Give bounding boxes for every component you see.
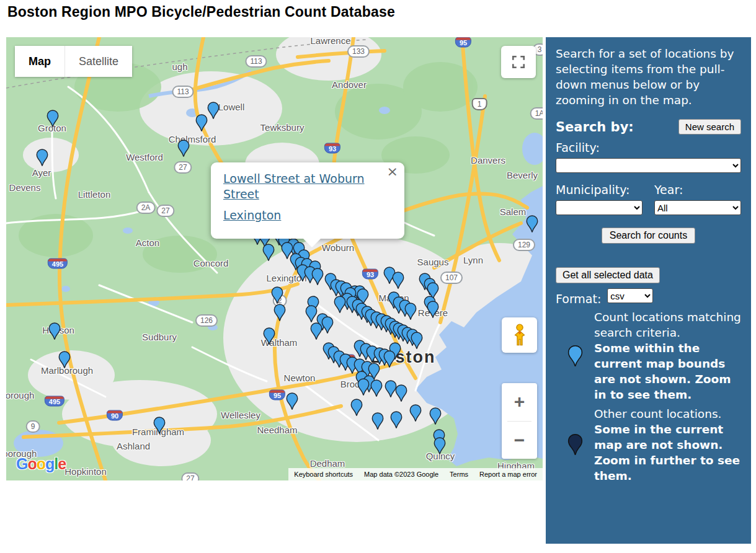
route-shield-icon: 1A (530, 107, 543, 120)
info-window-link[interactable]: Lowell Street at Woburn Street (223, 171, 392, 202)
google-map[interactable]: LawrenceughAndoverLowellTewksburyGrotonC… (6, 37, 543, 480)
map-type-control: Map Satellite (15, 46, 132, 77)
report-map-error-link[interactable]: Report a map error (474, 471, 543, 478)
route-shield-icon: 27 (181, 472, 199, 480)
map-town-label: Tewksbury (260, 122, 305, 133)
map-town-label: Chelmsford (169, 134, 216, 144)
count-location-pin[interactable] (392, 272, 404, 292)
get-all-selected-data-button[interactable]: Get all selected data (556, 267, 660, 283)
route-shield-icon: 93 (324, 143, 340, 154)
map-town-label: Needham (257, 425, 297, 435)
map-legend: Count locations matching search criteria… (556, 309, 741, 484)
keyboard-shortcuts-link[interactable]: Keyboard shortcuts (288, 471, 358, 478)
map-data-text: Map data ©2023 Google (358, 471, 444, 478)
route-shield-icon: 495 (45, 396, 64, 407)
search-by-label: Search by: (556, 120, 634, 135)
legend-text: Count locations matching search criteria… (594, 309, 741, 402)
count-location-pin[interactable] (195, 114, 208, 135)
count-location-pin[interactable] (390, 411, 402, 431)
pegman-icon (509, 323, 530, 348)
count-location-pin[interactable] (370, 379, 383, 400)
route-shield-icon: 90 (107, 410, 123, 421)
count-location-pin[interactable] (153, 417, 166, 437)
route-shield-icon: 495 (48, 259, 68, 269)
count-location-pin[interactable] (36, 149, 48, 169)
count-location-pin[interactable] (404, 303, 417, 323)
zoom-in-button[interactable]: + (502, 383, 537, 421)
count-location-pin[interactable] (286, 392, 298, 413)
count-location-pin[interactable] (350, 399, 363, 419)
map-town-label: Newton (284, 373, 316, 383)
map-type-map-button[interactable]: Map (15, 46, 64, 77)
search-for-counts-button[interactable]: Search for counts (602, 228, 695, 244)
count-location-pin[interactable] (371, 412, 384, 433)
search-sidebar: Search for a set of locations by selecti… (546, 37, 751, 544)
map-town-label: Saugus (417, 257, 449, 267)
count-location-pin[interactable] (310, 322, 322, 343)
count-location-pin[interactable] (409, 404, 422, 425)
fullscreen-icon (511, 55, 526, 69)
zoom-out-button[interactable]: − (502, 422, 537, 459)
route-shield-icon: 93 (362, 269, 378, 280)
map-town-label: Ashland (117, 441, 150, 451)
count-location-pin[interactable] (411, 332, 423, 352)
count-location-pin[interactable] (263, 327, 275, 348)
fullscreen-button[interactable] (501, 46, 536, 78)
route-shield-icon: 95 (269, 390, 285, 400)
count-location-pin[interactable] (526, 215, 538, 236)
map-town-label: Andover (332, 79, 367, 90)
route-shield-icon: 27 (156, 205, 174, 217)
count-location-pin[interactable] (48, 322, 61, 343)
count-location-pin[interactable] (207, 102, 220, 122)
count-location-pin[interactable] (395, 384, 407, 405)
sidebar-intro-text: Search for a set of locations by selecti… (556, 46, 741, 108)
count-location-pin[interactable] (383, 350, 396, 371)
close-icon[interactable]: × (387, 165, 398, 179)
map-type-satellite-button[interactable]: Satellite (64, 46, 132, 77)
count-location-pin[interactable] (321, 316, 334, 337)
route-shield-icon: 107 (440, 272, 463, 284)
google-logo[interactable]: Google (16, 455, 66, 473)
route-shield-icon: 133 (347, 45, 370, 58)
map-town-label: Danvers (471, 155, 505, 166)
legend-item: Other count locations.Some in the curren… (556, 406, 741, 484)
count-location-pin[interactable] (334, 296, 346, 316)
legend-pin-icon (556, 433, 594, 456)
count-location-pin[interactable] (429, 407, 442, 428)
map-town-label: Salem (500, 206, 527, 217)
format-select[interactable]: csv (607, 288, 653, 303)
count-location-pin[interactable] (311, 268, 324, 288)
route-shield-icon: 113 (245, 55, 267, 68)
facility-select[interactable] (556, 158, 741, 173)
legend-text: Other count locations.Some in the curren… (594, 406, 741, 484)
count-location-pin[interactable] (273, 304, 286, 324)
new-search-button[interactable]: New search (678, 119, 741, 135)
map-town-label: Lowell (218, 102, 245, 112)
map-attribution: Keyboard shortcutsMap data ©2023 GoogleT… (288, 468, 543, 480)
legend-item: Count locations matching search criteria… (556, 309, 741, 402)
count-location-pin[interactable] (434, 437, 446, 458)
terms-link[interactable]: Terms (444, 471, 474, 478)
count-location-pin[interactable] (357, 378, 370, 399)
zoom-control: + − (502, 383, 537, 459)
route-shield-icon: 113 (172, 86, 193, 98)
legend-pin-icon (556, 345, 594, 368)
route-shield-icon: 1 (472, 98, 487, 110)
map-town-label: Devens (9, 182, 41, 193)
count-location-pin[interactable] (262, 244, 275, 264)
count-location-pin[interactable] (177, 139, 190, 160)
map-town-label: orough (6, 390, 34, 400)
count-location-pin[interactable] (427, 301, 439, 321)
page-title: Boston Region MPO Bicycle/Pedestrian Cou… (7, 4, 395, 20)
street-view-pegman-button[interactable] (502, 317, 537, 353)
info-window-link[interactable]: Lexington (223, 208, 392, 223)
municipality-select[interactable] (556, 200, 643, 215)
map-town-label: ugh (172, 61, 187, 72)
count-location-pin[interactable] (47, 110, 59, 130)
map-town-label: Concord (193, 258, 229, 268)
year-label: Year: (654, 183, 741, 197)
count-location-pin[interactable] (58, 351, 71, 371)
municipality-label: Municipality: (556, 183, 654, 197)
year-select[interactable]: All (654, 200, 741, 215)
map-town-label: Dedham (310, 458, 345, 469)
